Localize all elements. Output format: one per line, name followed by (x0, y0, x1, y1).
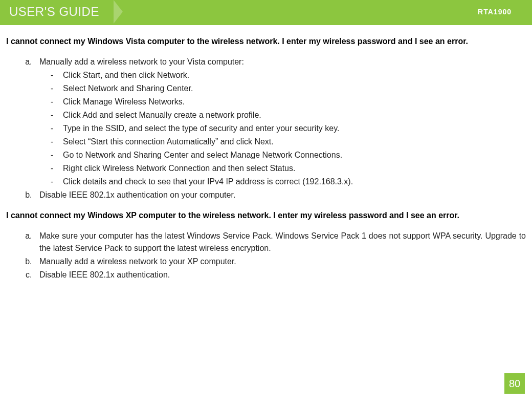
step: Select Network and Sharing Center. (51, 82, 526, 95)
section2-list: Make sure your computer has the latest W… (6, 230, 526, 281)
step: Click Add and select Manually create a n… (51, 109, 526, 121)
step: Click Manage Wireless Networks. (51, 96, 526, 108)
header-left: USER'S GUIDE (0, 0, 123, 24)
step: Type in the SSID, and select the type of… (51, 122, 526, 135)
section2-item-c: Disable IEEE 802.1x authentication. (34, 269, 526, 281)
page-content: I cannot connect my Windows Vista comput… (0, 25, 532, 281)
section1-list: Manually add a wireless network to your … (6, 56, 526, 201)
section1-item-a: Manually add a wireless network to your … (34, 56, 526, 188)
page-number-badge: 80 (504, 373, 525, 394)
section1-title: I cannot connect my Windows Vista comput… (6, 35, 526, 48)
model-label: RTA1900 (478, 8, 532, 16)
step: Click Start, and then click Network. (51, 69, 526, 81)
section1-item-b: Disable IEEE 802.1x authentication on yo… (34, 189, 526, 201)
chevron-icon (114, 0, 123, 24)
step: Select “Start this connection Automatica… (51, 136, 526, 148)
section2-item-a: Make sure your computer has the latest W… (34, 230, 526, 254)
section1-a-intro: Manually add a wireless network to your … (39, 57, 244, 66)
section2-title: I cannot connect my Windows XP computer … (6, 209, 526, 222)
section1-a-steps: Click Start, and then click Network. Sel… (39, 69, 526, 188)
step: Click details and check to see that your… (51, 176, 526, 188)
guide-title: USER'S GUIDE (0, 5, 114, 19)
header-bar: USER'S GUIDE RTA1900 (0, 0, 532, 24)
step: Right click Wireless Network Connection … (51, 162, 526, 175)
step: Go to Network and Sharing Center and sel… (51, 149, 526, 161)
section2-item-b: Manually add a wireless network to your … (34, 255, 526, 268)
